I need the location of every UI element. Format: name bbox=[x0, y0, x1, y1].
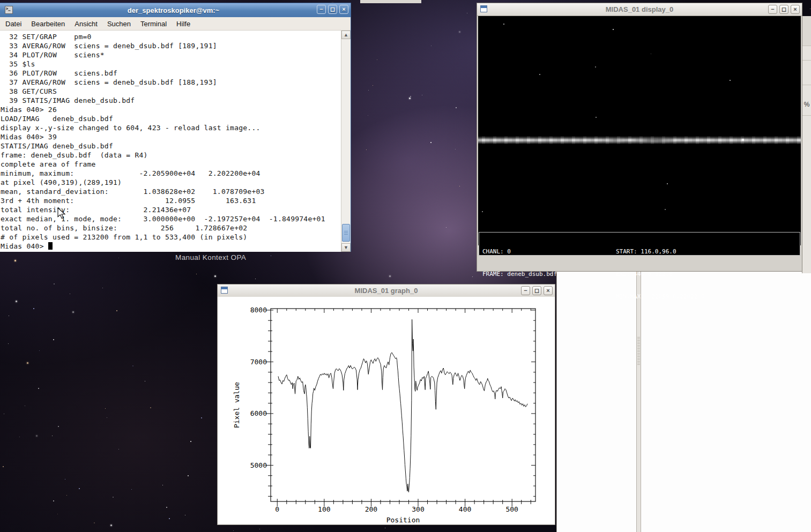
image-star bbox=[539, 74, 540, 75]
frame-readout: FRAME: deneb_dsub.bdf bbox=[482, 271, 557, 278]
maximize-icon[interactable]: ◻ bbox=[779, 5, 788, 14]
star bbox=[19, 437, 20, 437]
terminal-line: total intensity: 2.21436e+07 bbox=[1, 205, 341, 214]
svg-text:200: 200 bbox=[365, 505, 377, 513]
star bbox=[810, 9, 810, 9]
end-readout: END: 446.0,322.0 bbox=[616, 271, 705, 278]
close-icon[interactable]: × bbox=[791, 5, 800, 14]
star bbox=[54, 283, 55, 284]
terminal-line: 34 PLOT/ROW sciens* bbox=[1, 50, 341, 59]
terminal-line: total no. of bins, binsize: 256 1.728667… bbox=[1, 223, 341, 233]
spectrum-hotspot bbox=[742, 139, 744, 141]
menu-item[interactable]: Ansicht bbox=[70, 18, 102, 29]
star bbox=[185, 515, 185, 515]
image-star bbox=[595, 66, 596, 68]
terminal-scrollbar[interactable]: ▲ ▼ bbox=[341, 31, 351, 252]
image-star bbox=[665, 209, 666, 210]
close-icon[interactable]: × bbox=[339, 5, 348, 14]
minimize-icon[interactable]: − bbox=[521, 286, 530, 295]
minimize-icon[interactable]: − bbox=[768, 5, 777, 14]
terminal-output[interactable]: 32 SET/GRAP pm=0 33 AVERAG/ROW sciens = … bbox=[0, 31, 341, 252]
maximize-icon[interactable]: ◻ bbox=[328, 5, 337, 14]
graph-window-title: MIDAS_01 graph_0 bbox=[355, 287, 418, 295]
window-icon bbox=[221, 287, 228, 294]
chanl-readout: CHANL: 0 bbox=[482, 248, 557, 256]
scrollbar-thumb[interactable] bbox=[342, 224, 350, 242]
terminal-line: minimum, maximum: -2.205900e+04 2.202200… bbox=[1, 169, 341, 178]
star bbox=[166, 507, 167, 508]
terminal-titlebar[interactable]: der_spektroskopiker@vm:~ − ◻ × bbox=[0, 3, 351, 17]
terminal-icon bbox=[5, 6, 13, 14]
star bbox=[33, 308, 34, 309]
menu-item[interactable]: Terminal bbox=[136, 18, 172, 29]
terminal-line: 3rd + 4th moment: 12.0955 163.631 bbox=[1, 196, 341, 205]
star bbox=[188, 475, 189, 476]
svg-text:6000: 6000 bbox=[250, 409, 267, 417]
graph-titlebar[interactable]: MIDAS_01 graph_0 − ◻ × bbox=[218, 284, 555, 297]
star bbox=[16, 301, 17, 302]
display-titlebar[interactable]: MIDAS_01 display_0 − ◻ × bbox=[477, 3, 802, 16]
background-scroll-strip[interactable]: % bbox=[802, 16, 811, 273]
image-star bbox=[730, 80, 731, 81]
terminal-line: complete area of frame bbox=[1, 160, 341, 169]
star bbox=[459, 186, 460, 186]
star bbox=[259, 529, 260, 529]
svg-text:400: 400 bbox=[459, 505, 471, 513]
terminal-line: mean, standard_deviation: 1.038628e+02 1… bbox=[1, 187, 341, 196]
terminal-line: at pixel (490,319),(289,191) bbox=[1, 178, 341, 187]
star bbox=[169, 518, 170, 519]
terminal-title: der_spektroskopiker@vm:~ bbox=[128, 6, 219, 14]
minimize-icon[interactable]: − bbox=[317, 5, 326, 14]
star bbox=[145, 381, 145, 381]
spectrum-plot: 01002003004005005000600070008000Position… bbox=[218, 297, 555, 525]
spectrum-mottle bbox=[478, 136, 801, 144]
terminal-line: # of pixels used = 213200 from 1,1 to 53… bbox=[1, 233, 341, 242]
star bbox=[190, 441, 191, 442]
window-icon bbox=[480, 5, 487, 12]
terminal-line: Midas 040> 26 bbox=[1, 105, 341, 114]
terminal-line: STATIS/IMAG deneb_dsub.bdf bbox=[1, 141, 341, 151]
divider-grip-icon[interactable] bbox=[637, 337, 640, 365]
percent-label: % bbox=[802, 101, 811, 108]
star bbox=[107, 417, 107, 418]
star bbox=[105, 408, 106, 409]
star bbox=[366, 149, 367, 150]
image-star bbox=[596, 117, 597, 118]
menu-item[interactable]: Datei bbox=[1, 18, 26, 29]
star bbox=[38, 388, 39, 389]
close-icon[interactable]: × bbox=[544, 286, 553, 295]
maximize-icon[interactable]: ◻ bbox=[532, 286, 541, 295]
menu-item[interactable]: Hilfe bbox=[172, 18, 195, 29]
star bbox=[39, 350, 40, 351]
terminal-line: 36 PLOT/ROW sciens.bdf bbox=[1, 69, 341, 78]
menu-item[interactable]: Suchen bbox=[102, 18, 136, 29]
star bbox=[132, 365, 133, 366]
svg-text:8000: 8000 bbox=[250, 306, 267, 314]
display-window-title: MIDAS_01 display_0 bbox=[606, 5, 673, 13]
svg-text:7000: 7000 bbox=[250, 358, 267, 366]
image-star bbox=[482, 211, 483, 212]
scroll-up-icon[interactable]: ▲ bbox=[341, 31, 351, 39]
star bbox=[271, 256, 271, 256]
terminal-window: der_spektroskopiker@vm:~ − ◻ × DateiBear… bbox=[0, 3, 351, 252]
scroll-down-icon[interactable]: ▼ bbox=[341, 243, 351, 252]
terminal-line: 33 AVERAG/ROW sciens = deneb_dsub.bdf [1… bbox=[1, 41, 341, 50]
star bbox=[456, 107, 457, 108]
star bbox=[373, 85, 373, 86]
star bbox=[214, 275, 216, 277]
star bbox=[368, 90, 369, 91]
star bbox=[131, 489, 132, 490]
star bbox=[422, 95, 422, 95]
midas-display-window: MIDAS_01 display_0 − ◻ × CHANL: 0 FRAME:… bbox=[477, 3, 802, 272]
terminal-line: 35 $ls bbox=[1, 59, 341, 69]
star bbox=[66, 495, 67, 496]
svg-text:0: 0 bbox=[275, 505, 279, 513]
star bbox=[467, 13, 467, 13]
star bbox=[113, 497, 114, 498]
spectrum-plot-area: 01002003004005005000600070008000Position… bbox=[218, 297, 555, 524]
star bbox=[409, 98, 411, 99]
star bbox=[410, 96, 411, 97]
star bbox=[9, 316, 9, 316]
star bbox=[196, 274, 197, 274]
menu-item[interactable]: Bearbeiten bbox=[26, 18, 70, 29]
